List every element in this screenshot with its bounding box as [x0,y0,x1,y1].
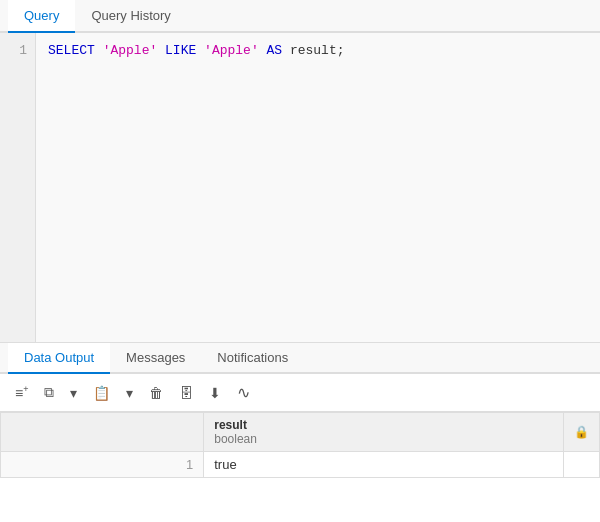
cell-result-1: true [204,452,564,478]
string-apple1: 'Apple' [103,43,158,58]
tab-query-history[interactable]: Query History [75,0,186,33]
code-content[interactable]: SELECT 'Apple' LIKE 'Apple' AS result; [36,33,600,342]
tab-notifications[interactable]: Notifications [201,343,304,374]
database-icon: 🗄 [179,385,193,401]
paste-icon: 📋 [93,385,110,401]
add-row-button[interactable]: ≡+ [8,379,35,406]
trash-icon: 🗑 [149,385,163,401]
bottom-section: Data Output Messages Notifications ≡+ ⧉ … [0,343,600,522]
editor-area: 1 SELECT 'Apple' LIKE 'Apple' AS result; [0,33,600,343]
delete-button[interactable]: 🗑 [142,380,170,406]
results-table: result boolean 🔒 1 true [0,412,600,478]
paste-button[interactable]: 📋 [86,380,117,406]
string-apple2: 'Apple' [204,43,259,58]
copy-dropdown-button[interactable]: ▾ [63,380,84,406]
column-name: result [214,418,247,432]
line-numbers: 1 [0,33,36,342]
paste-dropdown-button[interactable]: ▾ [119,380,140,406]
tab-query[interactable]: Query [8,0,75,33]
row-num-header [1,413,204,452]
column-subtype: boolean [214,432,553,446]
column-header-result: result boolean [204,413,564,452]
table-row: 1 true [1,452,600,478]
line-number: 1 [8,43,27,58]
results-toolbar: ≡+ ⧉ ▾ 📋 ▾ 🗑 🗄 ⬇ ∿ [0,374,600,412]
top-tab-bar: Query Query History [0,0,600,33]
chart-button[interactable]: ∿ [230,378,257,407]
keyword-like: LIKE [165,43,196,58]
lock-header: 🔒 [564,413,600,452]
add-row-icon: ≡+ [15,384,28,401]
copy-button[interactable]: ⧉ [37,379,61,406]
database-button[interactable]: 🗄 [172,380,200,406]
download-icon: ⬇ [209,385,221,401]
tab-data-output[interactable]: Data Output [8,343,110,374]
chevron-down-icon: ▾ [70,385,77,401]
cell-lock-1 [564,452,600,478]
row-number-1: 1 [1,452,204,478]
keyword-select: SELECT [48,43,95,58]
lock-icon: 🔒 [574,425,589,439]
copy-icon: ⧉ [44,384,54,401]
chart-icon: ∿ [237,383,250,402]
results-wrapper: result boolean 🔒 1 true CSDN @笑三年-Dylen [0,412,600,522]
tab-messages[interactable]: Messages [110,343,201,374]
keyword-as: AS [267,43,283,58]
download-button[interactable]: ⬇ [202,380,228,406]
chevron-down-icon-2: ▾ [126,385,133,401]
bottom-tab-bar: Data Output Messages Notifications [0,343,600,374]
